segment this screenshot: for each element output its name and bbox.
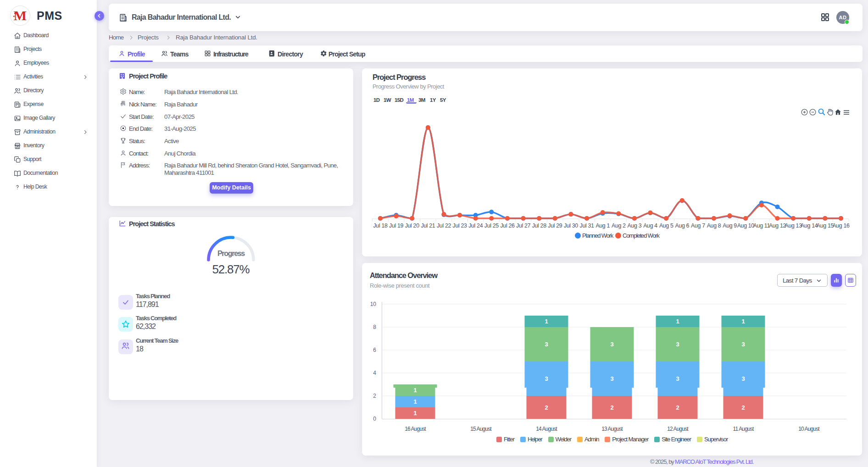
svg-text:10 August: 10 August [798,426,820,432]
svg-text:16 August: 16 August [405,426,426,432]
svg-text:3: 3 [545,375,548,382]
svg-text:4: 4 [373,370,376,376]
svg-text:1: 1 [413,387,417,394]
svg-text:6: 6 [373,347,376,353]
svg-text:2: 2 [610,404,613,411]
svg-text:1: 1 [545,318,548,325]
svg-text:11 August: 11 August [733,426,754,432]
svg-text:1: 1 [413,398,417,405]
svg-text:1: 1 [676,318,679,325]
svg-text:3: 3 [545,341,548,348]
svg-text:3: 3 [610,375,613,382]
svg-text:3: 3 [676,341,679,348]
svg-text:1: 1 [741,318,745,325]
svg-text:3: 3 [741,375,745,382]
svg-text:13 August: 13 August [601,426,623,432]
svg-text:2: 2 [545,404,548,411]
svg-text:2: 2 [373,393,376,399]
svg-text:2: 2 [676,404,679,411]
svg-text:2: 2 [741,404,745,411]
svg-text:8: 8 [373,324,376,330]
svg-text:3: 3 [741,341,745,348]
svg-text:3: 3 [676,375,679,382]
svg-text:1: 1 [413,410,417,417]
svg-text:14 August: 14 August [536,426,557,432]
svg-text:12 August: 12 August [667,426,689,432]
svg-text:10: 10 [370,301,377,307]
svg-text:15 August: 15 August [470,426,492,432]
svg-text:3: 3 [610,341,613,348]
svg-text:0: 0 [373,416,376,422]
